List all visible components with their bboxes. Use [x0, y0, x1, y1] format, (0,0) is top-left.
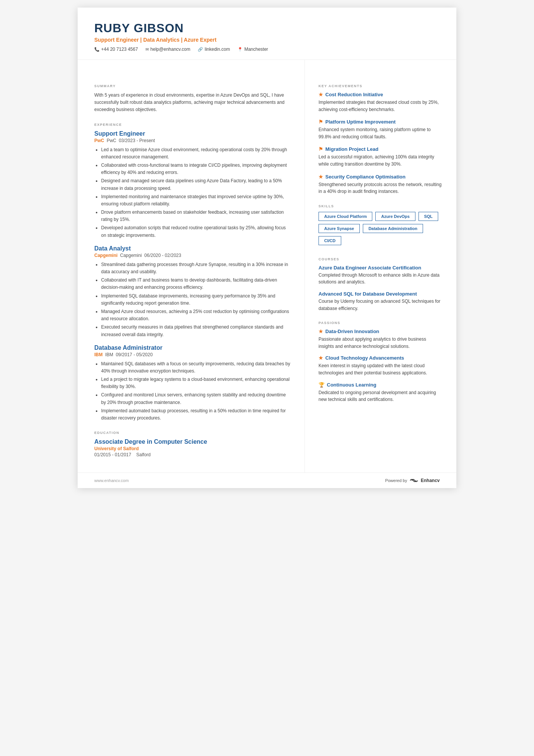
bullet-1-2: Collaborated with cross-functional teams… [101, 162, 291, 176]
passion-title-1: ★ Data-Driven Innovation [319, 329, 443, 334]
achievement-3: ⚑ Migration Project Lead Led a successfu… [319, 146, 443, 167]
edu-school: University of Salford [94, 446, 291, 451]
passion-desc-1: Passionate about applying analytics to d… [319, 336, 443, 350]
bullet-3-1: Maintained SQL databases with a focus on… [101, 360, 291, 375]
bullet-2-5: Executed security measures in data pipel… [101, 324, 291, 338]
skill-4: Azure Synapse [319, 224, 360, 233]
bullet-1-4: Implemented monitoring and maintenance s… [101, 193, 291, 208]
experience-label: EXPERIENCE [94, 123, 291, 127]
passion-desc-3: Dedicated to ongoing personal developmen… [319, 389, 443, 403]
edu-period: 01/2015 - 01/2017 [94, 452, 131, 457]
bullet-2-1: Streamlined data gathering processes thr… [101, 261, 291, 275]
edu-meta: 01/2015 - 01/2017 Salford [94, 452, 291, 457]
left-column: SUMMARY With 5 years of experience in cl… [78, 60, 305, 473]
linkedin-contact: 🔗 linkedin.com [198, 47, 230, 52]
edu-degree: Associate Degree in Computer Science [94, 438, 291, 445]
passion-icon-3: 🏆 [319, 382, 325, 388]
passion-3: 🏆 Continuous Learning Dedicated to ongoi… [319, 382, 443, 403]
skill-5: Database Administration [363, 224, 423, 233]
brand-name: Enhancv [421, 478, 440, 483]
resume-document: RUBY GIBSON Support Engineer | Data Anal… [78, 8, 456, 488]
footer-brand: Powered by Enhancv [385, 477, 440, 484]
job-title-1: Support Engineer [94, 130, 291, 137]
job-bullets-1: Led a team to optimise Azure cloud envir… [94, 146, 291, 239]
passion-title-text-1: Data-Driven Innovation [325, 329, 379, 334]
course-title-2: Advanced SQL for Database Development [319, 291, 443, 297]
skills-grid: Azure Cloud Platform Azure DevOps SQL Az… [319, 212, 443, 248]
location-contact: 📍 Manchester [237, 47, 268, 52]
passion-title-text-2: Cloud Technology Advancements [325, 355, 404, 361]
summary-text: With 5 years of experience in cloud envi… [94, 92, 291, 114]
education-section: EDUCATION Associate Degree in Computer S… [94, 431, 291, 457]
summary-label: SUMMARY [94, 84, 291, 88]
bullet-1-3: Designed and managed secure data pipelin… [101, 177, 291, 192]
course-desc-2: Course by Udemy focusing on advanced SQL… [319, 298, 443, 312]
passions-section: PASSIONS ★ Data-Driven Innovation Passio… [319, 321, 443, 403]
skill-6: CI/CD [319, 236, 341, 245]
edu-location: Salford [136, 452, 151, 457]
experience-section: EXPERIENCE Support Engineer PwC PwC 03/2… [94, 123, 291, 422]
summary-section: SUMMARY With 5 years of experience in cl… [94, 84, 291, 114]
course-2: Advanced SQL for Database Development Co… [319, 291, 443, 312]
skills-section: SKILLS Azure Cloud Platform Azure DevOps… [319, 204, 443, 248]
passion-2: ★ Cloud Technology Advancements Keen int… [319, 355, 443, 376]
phone-number: +44 20 7123 4567 [101, 47, 138, 52]
candidate-title: Support Engineer | Data Analytics | Azur… [94, 37, 440, 43]
company: IBM [94, 352, 103, 357]
bullet-2-3: Implemented SQL database improvements, i… [101, 293, 291, 307]
resume-body: SUMMARY With 5 years of experience in cl… [78, 60, 456, 473]
job-title-3: Database Administrator [94, 344, 291, 351]
achievement-icon-2: ⚑ [319, 119, 323, 125]
job-bullets-3: Maintained SQL databases with a focus on… [94, 360, 291, 422]
achievement-title-text-4: Security Compliance Optimisation [325, 174, 406, 180]
achievement-title-text-2: Platform Uptime Improvement [325, 119, 396, 125]
achievements-label: KEY ACHIEVEMENTS [319, 84, 443, 88]
linkedin-icon: 🔗 [198, 47, 203, 52]
achievement-icon-4: ★ [319, 174, 323, 180]
email-contact: ✉ help@enhancv.com [145, 47, 190, 52]
job-support-engineer: Support Engineer PwC PwC 03/2023 - Prese… [94, 130, 291, 239]
achievement-title-2: ⚑ Platform Uptime Improvement [319, 119, 443, 125]
resume-footer: www.enhancv.com Powered by Enhancv [78, 473, 456, 488]
course-title-1: Azure Data Engineer Associate Certificat… [319, 265, 443, 271]
achievement-icon-1: ★ [319, 92, 323, 97]
achievement-title-text-1: Cost Reduction Initiative [325, 92, 383, 97]
achievement-1: ★ Cost Reduction Initiative Implemented … [319, 92, 443, 113]
passion-icon-1: ★ [319, 329, 323, 334]
achievement-desc-4: Strengthened security protocols across t… [319, 181, 443, 195]
footer-website: www.enhancv.com [94, 478, 129, 483]
company: PwC [94, 138, 104, 143]
location-text: Manchester [244, 47, 268, 52]
courses-section: COURSES Azure Data Engineer Associate Ce… [319, 257, 443, 312]
bullet-3-2: Led a project to migrate legacy systems … [101, 376, 291, 390]
job-meta-3: IBM IBM 09/2017 - 05/2020 [94, 352, 291, 357]
skill-2: Azure DevOps [375, 212, 415, 221]
passion-1: ★ Data-Driven Innovation Passionate abou… [319, 329, 443, 350]
contact-info: 📞 +44 20 7123 4567 ✉ help@enhancv.com 🔗 … [94, 47, 440, 52]
passion-title-text-3: Continuous Learning [327, 382, 376, 388]
bullet-1-5: Drove platform enhancements based on sta… [101, 209, 291, 223]
passion-title-3: 🏆 Continuous Learning [319, 382, 443, 388]
achievement-title-1: ★ Cost Reduction Initiative [319, 92, 443, 97]
skills-label: SKILLS [319, 204, 443, 208]
right-column: KEY ACHIEVEMENTS ★ Cost Reduction Initia… [305, 60, 456, 473]
achievements-section: KEY ACHIEVEMENTS ★ Cost Reduction Initia… [319, 84, 443, 195]
bullet-2-4: Managed Azure cloud resources, achieving… [101, 308, 291, 322]
email-icon: ✉ [145, 47, 149, 52]
bullet-3-4: Implemented automated backup processes, … [101, 407, 291, 422]
bullet-3-3: Configured and monitored Linux servers, … [101, 391, 291, 406]
job-meta-2: Capgemini Capgemini 06/2020 - 02/2023 [94, 253, 291, 258]
achievement-desc-2: Enhanced system monitoring, raising plat… [319, 126, 443, 140]
achievement-icon-3: ⚑ [319, 146, 323, 152]
skill-1: Azure Cloud Platform [319, 212, 372, 221]
bullet-1-6: Developed automation scripts that reduce… [101, 224, 291, 239]
enhancv-logo-icon [409, 477, 418, 484]
passion-icon-2: ★ [319, 355, 323, 361]
achievement-desc-1: Implemented strategies that decreased cl… [319, 99, 443, 113]
job-data-analyst: Data Analyst Capgemini Capgemini 06/2020… [94, 245, 291, 338]
course-1: Azure Data Engineer Associate Certificat… [319, 265, 443, 286]
linkedin-url: linkedin.com [205, 47, 230, 52]
job-meta-1: PwC PwC 03/2023 - Present [94, 138, 291, 143]
skill-3: SQL [418, 212, 439, 221]
achievement-title-4: ★ Security Compliance Optimisation [319, 174, 443, 180]
